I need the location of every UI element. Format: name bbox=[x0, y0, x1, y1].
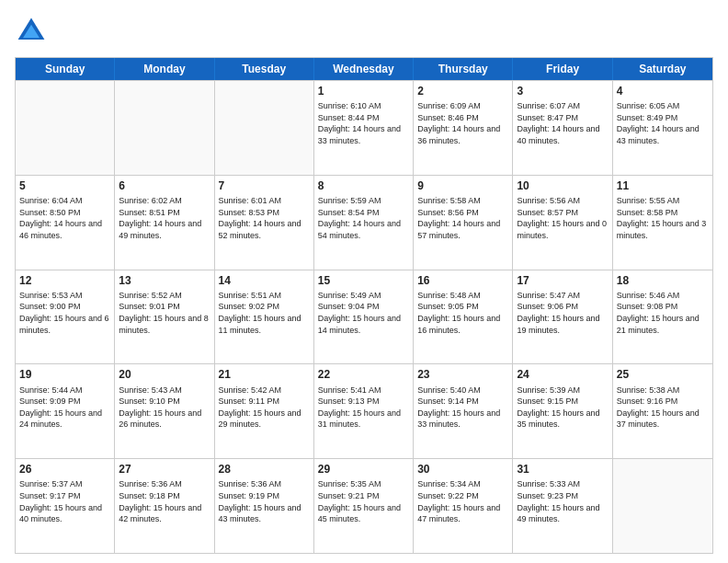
day-number: 3 bbox=[517, 84, 608, 98]
cell-info: Sunrise: 5:52 AM Sunset: 9:01 PM Dayligh… bbox=[119, 290, 210, 336]
calendar: SundayMondayTuesdayWednesdayThursdayFrid… bbox=[15, 57, 713, 554]
calendar-cell: 18Sunrise: 5:46 AM Sunset: 9:08 PM Dayli… bbox=[613, 270, 712, 364]
calendar-cell: 31Sunrise: 5:33 AM Sunset: 9:23 PM Dayli… bbox=[513, 459, 612, 553]
day-number: 16 bbox=[417, 273, 508, 288]
page: SundayMondayTuesdayWednesdayThursdayFrid… bbox=[0, 0, 728, 563]
day-number: 9 bbox=[417, 178, 508, 193]
day-number: 29 bbox=[318, 462, 409, 477]
day-number: 5 bbox=[19, 178, 110, 193]
day-number: 12 bbox=[19, 273, 110, 288]
calendar-header: SundayMondayTuesdayWednesdayThursdayFrid… bbox=[16, 58, 712, 80]
day-number: 10 bbox=[517, 178, 608, 193]
calendar-cell bbox=[613, 459, 712, 553]
cell-info: Sunrise: 6:01 AM Sunset: 8:53 PM Dayligh… bbox=[219, 195, 310, 241]
calendar-cell: 8Sunrise: 5:59 AM Sunset: 8:54 PM Daylig… bbox=[314, 176, 414, 270]
calendar-cell: 22Sunrise: 5:41 AM Sunset: 9:13 PM Dayli… bbox=[314, 364, 414, 458]
cell-info: Sunrise: 6:05 AM Sunset: 8:49 PM Dayligh… bbox=[617, 100, 709, 146]
logo bbox=[15, 15, 53, 48]
day-number: 27 bbox=[119, 462, 210, 477]
calendar-body: 1Sunrise: 6:10 AM Sunset: 8:44 PM Daylig… bbox=[16, 80, 712, 553]
cell-info: Sunrise: 5:47 AM Sunset: 9:06 PM Dayligh… bbox=[517, 290, 608, 336]
calendar-row: 5Sunrise: 6:04 AM Sunset: 8:50 PM Daylig… bbox=[16, 175, 712, 270]
cell-info: Sunrise: 5:40 AM Sunset: 9:14 PM Dayligh… bbox=[417, 385, 508, 431]
day-number: 7 bbox=[219, 178, 310, 193]
calendar-cell: 23Sunrise: 5:40 AM Sunset: 9:14 PM Dayli… bbox=[414, 364, 513, 458]
day-number: 13 bbox=[119, 273, 210, 288]
calendar-cell: 19Sunrise: 5:44 AM Sunset: 9:09 PM Dayli… bbox=[16, 364, 115, 458]
day-header-sunday: Sunday bbox=[16, 58, 115, 80]
day-number: 17 bbox=[517, 273, 608, 288]
day-number: 30 bbox=[417, 462, 508, 477]
calendar-cell: 30Sunrise: 5:34 AM Sunset: 9:22 PM Dayli… bbox=[414, 459, 513, 553]
calendar-cell: 17Sunrise: 5:47 AM Sunset: 9:06 PM Dayli… bbox=[513, 270, 612, 364]
calendar-row: 1Sunrise: 6:10 AM Sunset: 8:44 PM Daylig… bbox=[16, 80, 712, 175]
day-number: 24 bbox=[517, 367, 608, 382]
cell-info: Sunrise: 5:42 AM Sunset: 9:11 PM Dayligh… bbox=[219, 385, 310, 431]
cell-info: Sunrise: 5:56 AM Sunset: 8:57 PM Dayligh… bbox=[517, 195, 608, 241]
day-number: 11 bbox=[617, 178, 709, 193]
cell-info: Sunrise: 5:37 AM Sunset: 9:17 PM Dayligh… bbox=[19, 478, 110, 524]
calendar-cell: 7Sunrise: 6:01 AM Sunset: 8:53 PM Daylig… bbox=[215, 176, 314, 270]
cell-info: Sunrise: 5:39 AM Sunset: 9:15 PM Dayligh… bbox=[517, 385, 608, 431]
cell-info: Sunrise: 5:53 AM Sunset: 9:00 PM Dayligh… bbox=[19, 290, 110, 336]
cell-info: Sunrise: 5:36 AM Sunset: 9:19 PM Dayligh… bbox=[219, 478, 310, 524]
calendar-row: 26Sunrise: 5:37 AM Sunset: 9:17 PM Dayli… bbox=[16, 458, 712, 553]
cell-info: Sunrise: 5:41 AM Sunset: 9:13 PM Dayligh… bbox=[318, 385, 409, 431]
day-number: 31 bbox=[517, 462, 608, 477]
day-number: 28 bbox=[219, 462, 310, 477]
calendar-cell: 13Sunrise: 5:52 AM Sunset: 9:01 PM Dayli… bbox=[115, 270, 214, 364]
cell-info: Sunrise: 6:09 AM Sunset: 8:46 PM Dayligh… bbox=[417, 100, 508, 146]
calendar-cell: 14Sunrise: 5:51 AM Sunset: 9:02 PM Dayli… bbox=[215, 270, 314, 364]
calendar-cell: 6Sunrise: 6:02 AM Sunset: 8:51 PM Daylig… bbox=[115, 176, 214, 270]
day-number: 2 bbox=[417, 84, 508, 98]
calendar-cell: 29Sunrise: 5:35 AM Sunset: 9:21 PM Dayli… bbox=[314, 459, 414, 553]
calendar-cell: 28Sunrise: 5:36 AM Sunset: 9:19 PM Dayli… bbox=[215, 459, 314, 553]
cell-info: Sunrise: 5:51 AM Sunset: 9:02 PM Dayligh… bbox=[219, 290, 310, 336]
cell-info: Sunrise: 5:49 AM Sunset: 9:04 PM Dayligh… bbox=[318, 290, 409, 336]
cell-info: Sunrise: 6:10 AM Sunset: 8:44 PM Dayligh… bbox=[318, 100, 409, 146]
calendar-cell: 9Sunrise: 5:58 AM Sunset: 8:56 PM Daylig… bbox=[414, 176, 513, 270]
calendar-row: 19Sunrise: 5:44 AM Sunset: 9:09 PM Dayli… bbox=[16, 363, 712, 458]
day-number: 8 bbox=[318, 178, 409, 193]
cell-info: Sunrise: 5:58 AM Sunset: 8:56 PM Dayligh… bbox=[417, 195, 508, 241]
cell-info: Sunrise: 5:43 AM Sunset: 9:10 PM Dayligh… bbox=[119, 385, 210, 431]
calendar-cell: 12Sunrise: 5:53 AM Sunset: 9:00 PM Dayli… bbox=[16, 270, 115, 364]
day-number: 1 bbox=[318, 84, 409, 98]
day-number: 25 bbox=[617, 367, 709, 382]
cell-info: Sunrise: 5:44 AM Sunset: 9:09 PM Dayligh… bbox=[19, 385, 110, 431]
calendar-cell bbox=[215, 81, 314, 175]
calendar-cell: 15Sunrise: 5:49 AM Sunset: 9:04 PM Dayli… bbox=[314, 270, 414, 364]
cell-info: Sunrise: 5:59 AM Sunset: 8:54 PM Dayligh… bbox=[318, 195, 409, 241]
calendar-cell: 24Sunrise: 5:39 AM Sunset: 9:15 PM Dayli… bbox=[513, 364, 612, 458]
cell-info: Sunrise: 6:07 AM Sunset: 8:47 PM Dayligh… bbox=[517, 100, 608, 146]
day-header-thursday: Thursday bbox=[414, 58, 513, 80]
calendar-cell: 21Sunrise: 5:42 AM Sunset: 9:11 PM Dayli… bbox=[215, 364, 314, 458]
calendar-cell: 16Sunrise: 5:48 AM Sunset: 9:05 PM Dayli… bbox=[414, 270, 513, 364]
cell-info: Sunrise: 5:38 AM Sunset: 9:16 PM Dayligh… bbox=[617, 385, 709, 431]
cell-info: Sunrise: 5:33 AM Sunset: 9:23 PM Dayligh… bbox=[517, 478, 608, 524]
cell-info: Sunrise: 5:35 AM Sunset: 9:21 PM Dayligh… bbox=[318, 478, 409, 524]
day-number: 19 bbox=[19, 367, 110, 382]
day-number: 23 bbox=[417, 367, 508, 382]
calendar-cell bbox=[115, 81, 214, 175]
cell-info: Sunrise: 5:36 AM Sunset: 9:18 PM Dayligh… bbox=[119, 478, 210, 524]
calendar-cell: 3Sunrise: 6:07 AM Sunset: 8:47 PM Daylig… bbox=[513, 81, 612, 175]
day-header-saturday: Saturday bbox=[613, 58, 712, 80]
calendar-cell: 10Sunrise: 5:56 AM Sunset: 8:57 PM Dayli… bbox=[513, 176, 612, 270]
day-header-friday: Friday bbox=[513, 58, 612, 80]
day-number: 18 bbox=[617, 273, 709, 288]
calendar-cell: 25Sunrise: 5:38 AM Sunset: 9:16 PM Dayli… bbox=[613, 364, 712, 458]
day-header-wednesday: Wednesday bbox=[314, 58, 414, 80]
day-number: 6 bbox=[119, 178, 210, 193]
day-number: 26 bbox=[19, 462, 110, 477]
day-number: 15 bbox=[318, 273, 409, 288]
logo-icon bbox=[15, 15, 48, 48]
calendar-cell: 27Sunrise: 5:36 AM Sunset: 9:18 PM Dayli… bbox=[115, 459, 214, 553]
day-number: 14 bbox=[219, 273, 310, 288]
day-number: 20 bbox=[119, 367, 210, 382]
cell-info: Sunrise: 6:04 AM Sunset: 8:50 PM Dayligh… bbox=[19, 195, 110, 241]
calendar-cell: 11Sunrise: 5:55 AM Sunset: 8:58 PM Dayli… bbox=[613, 176, 712, 270]
header bbox=[15, 15, 713, 48]
calendar-cell: 4Sunrise: 6:05 AM Sunset: 8:49 PM Daylig… bbox=[613, 81, 712, 175]
calendar-cell: 2Sunrise: 6:09 AM Sunset: 8:46 PM Daylig… bbox=[414, 81, 513, 175]
